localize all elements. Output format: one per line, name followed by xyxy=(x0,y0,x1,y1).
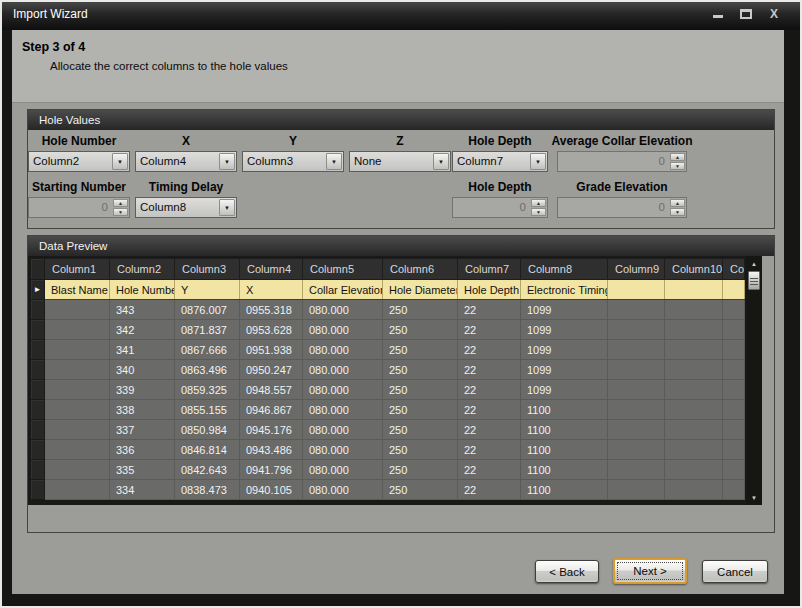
cell[interactable]: 1099 xyxy=(521,380,608,400)
cell[interactable] xyxy=(608,400,665,420)
cell[interactable]: 1099 xyxy=(521,300,608,320)
cell[interactable]: 0838.473 xyxy=(175,480,240,500)
maximize-icon[interactable] xyxy=(740,9,752,19)
cell[interactable]: 0859.325 xyxy=(175,380,240,400)
cell[interactable]: 1100 xyxy=(521,440,608,460)
cell[interactable]: 1100 xyxy=(521,400,608,420)
column-header[interactable]: Column10 xyxy=(665,259,723,280)
cell[interactable] xyxy=(608,480,665,500)
cell[interactable] xyxy=(608,320,665,340)
cell[interactable] xyxy=(723,360,745,380)
cell[interactable] xyxy=(608,300,665,320)
cell[interactable]: 0863.496 xyxy=(175,360,240,380)
cell[interactable]: 0948.557 xyxy=(240,380,303,400)
cell[interactable]: 335 xyxy=(110,460,175,480)
cell[interactable]: 22 xyxy=(458,320,521,340)
y-dropdown[interactable]: Column3 ▼ xyxy=(242,151,344,172)
cell[interactable]: 0953.628 xyxy=(240,320,303,340)
cell[interactable]: 0846.814 xyxy=(175,440,240,460)
cell[interactable]: 22 xyxy=(458,480,521,500)
cell[interactable]: 080.000 xyxy=(303,480,383,500)
cell[interactable]: 0850.984 xyxy=(175,420,240,440)
cell[interactable]: 0871.837 xyxy=(175,320,240,340)
hole-depth2-spinner[interactable]: 0 ▲ ▼ xyxy=(452,197,548,218)
cell[interactable] xyxy=(45,440,110,460)
column-header[interactable]: Column11 xyxy=(723,259,745,280)
cell[interactable]: 080.000 xyxy=(303,360,383,380)
cell[interactable] xyxy=(665,460,723,480)
cell[interactable]: 0941.796 xyxy=(240,460,303,480)
vertical-scrollbar-thumb[interactable] xyxy=(748,271,760,290)
cell[interactable]: 0867.666 xyxy=(175,340,240,360)
cell[interactable] xyxy=(608,360,665,380)
cell[interactable]: 341 xyxy=(110,340,175,360)
titlebar[interactable]: Import Wizard X xyxy=(0,0,802,30)
column-header[interactable]: Column5 xyxy=(303,259,383,280)
cell[interactable] xyxy=(665,380,723,400)
mapping-cell[interactable]: Hole Depth xyxy=(458,280,521,300)
cell[interactable]: 22 xyxy=(458,460,521,480)
cell[interactable] xyxy=(665,480,723,500)
cell[interactable] xyxy=(45,480,110,500)
cell[interactable]: 080.000 xyxy=(303,300,383,320)
cell[interactable]: 22 xyxy=(458,340,521,360)
cell[interactable] xyxy=(45,380,110,400)
cell[interactable]: 0876.007 xyxy=(175,300,240,320)
spin-up-icon[interactable]: ▲ xyxy=(670,153,685,161)
cell[interactable]: 250 xyxy=(383,480,458,500)
column-header[interactable]: Column7 xyxy=(458,259,521,280)
dropdown-arrow-icon[interactable]: ▼ xyxy=(530,153,546,170)
cell[interactable] xyxy=(723,320,745,340)
cell[interactable]: 0946.867 xyxy=(240,400,303,420)
cell[interactable]: 0855.155 xyxy=(175,400,240,420)
cell[interactable] xyxy=(723,460,745,480)
cell[interactable]: 1100 xyxy=(521,480,608,500)
cell[interactable]: 0940.105 xyxy=(240,480,303,500)
cell[interactable]: 0951.938 xyxy=(240,340,303,360)
cell[interactable]: 340 xyxy=(110,360,175,380)
average-collar-elevation-spinner[interactable]: 0 ▲ ▼ xyxy=(557,151,687,172)
x-dropdown[interactable]: Column4 ▼ xyxy=(135,151,237,172)
column-header[interactable]: Column4 xyxy=(240,259,303,280)
vertical-scrollbar[interactable]: ▲ ▼ xyxy=(746,256,762,505)
cell[interactable] xyxy=(723,440,745,460)
cell[interactable]: 22 xyxy=(458,380,521,400)
cell[interactable]: 22 xyxy=(458,360,521,380)
column-header[interactable]: Column8 xyxy=(521,259,608,280)
mapping-cell[interactable]: Blast Name xyxy=(45,280,110,300)
cell[interactable] xyxy=(608,460,665,480)
cell[interactable] xyxy=(608,380,665,400)
table-row[interactable]: 342 0871.837 0953.628 080.000 250 22 109… xyxy=(31,320,745,340)
cell[interactable] xyxy=(45,400,110,420)
mapping-cell[interactable]: Electronic Timing xyxy=(521,280,608,300)
cell[interactable]: 338 xyxy=(110,400,175,420)
cell[interactable] xyxy=(723,380,745,400)
scroll-up-icon[interactable]: ▲ xyxy=(746,257,762,270)
spin-down-icon[interactable]: ▼ xyxy=(670,162,685,170)
cell[interactable]: 0943.486 xyxy=(240,440,303,460)
z-dropdown[interactable]: None ▼ xyxy=(349,151,451,172)
cell[interactable]: 1100 xyxy=(521,420,608,440)
cell[interactable] xyxy=(665,340,723,360)
cell[interactable]: 250 xyxy=(383,300,458,320)
cell[interactable]: 080.000 xyxy=(303,400,383,420)
table-row[interactable]: 334 0838.473 0940.105 080.000 250 22 110… xyxy=(31,480,745,500)
timing-delay-dropdown[interactable]: Column8 ▼ xyxy=(135,197,237,218)
cell[interactable] xyxy=(665,320,723,340)
mapping-cell[interactable]: Hole Number xyxy=(110,280,175,300)
cell[interactable] xyxy=(723,480,745,500)
dropdown-arrow-icon[interactable]: ▼ xyxy=(433,153,449,170)
cell[interactable] xyxy=(45,300,110,320)
spin-down-icon[interactable]: ▼ xyxy=(531,208,546,216)
cell[interactable]: 250 xyxy=(383,420,458,440)
cell[interactable]: 22 xyxy=(458,300,521,320)
cell[interactable]: 22 xyxy=(458,440,521,460)
cell[interactable]: 339 xyxy=(110,380,175,400)
table-row[interactable]: 338 0855.155 0946.867 080.000 250 22 110… xyxy=(31,400,745,420)
hole-depth-dropdown[interactable]: Column7 ▼ xyxy=(452,151,548,172)
mapping-row[interactable]: ► Blast Name Hole Number Y X Collar Elev… xyxy=(31,280,745,300)
table-row[interactable]: 339 0859.325 0948.557 080.000 250 22 109… xyxy=(31,380,745,400)
cell[interactable]: 250 xyxy=(383,380,458,400)
cell[interactable] xyxy=(45,460,110,480)
column-header[interactable]: Column3 xyxy=(175,259,240,280)
